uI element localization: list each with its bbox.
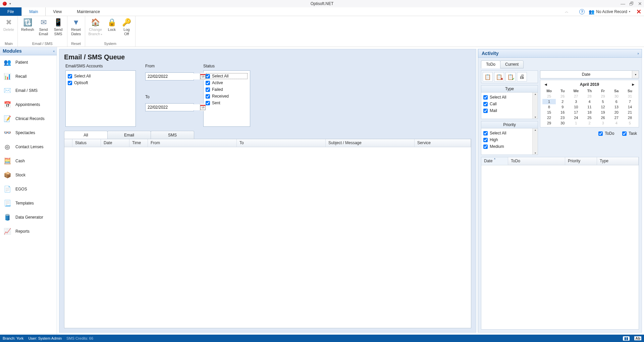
menu-main[interactable]: Main (21, 7, 46, 16)
calendar-day[interactable]: 7 (623, 99, 637, 104)
calendar-day[interactable]: 6 (610, 99, 623, 104)
sidebar-item-clinical[interactable]: 📝Clinical Records (0, 112, 57, 126)
sidebar-item-stock[interactable]: 📦Stock (0, 168, 57, 182)
calendar-day[interactable]: 26 (596, 115, 610, 120)
activity-grid[interactable]: Date ToDo Priority Type (481, 157, 639, 330)
calendar-day[interactable]: 29 (596, 94, 610, 99)
collapse-ribbon-icon[interactable]: ︿ (565, 9, 569, 14)
calendar-day[interactable]: 3 (596, 120, 610, 126)
calendar-day[interactable]: 27 (569, 94, 583, 99)
delete-button[interactable]: ✖ Delete (1, 17, 16, 42)
sidebar-collapse-icon[interactable]: ‹‹ (53, 49, 54, 53)
to-date-picker[interactable]: 15 (200, 104, 206, 111)
to-date-field[interactable]: 15 (145, 103, 194, 111)
date-mode-dropdown[interactable]: Date ▾ (540, 70, 639, 78)
col-service[interactable]: Service (415, 139, 471, 147)
minimize-icon[interactable]: — (621, 1, 625, 6)
type-call[interactable]: Call (483, 101, 536, 107)
calendar-day[interactable]: 2 (583, 120, 596, 126)
queue-tab-all[interactable]: All (64, 131, 108, 139)
calendar-day[interactable]: 25 (583, 115, 596, 120)
calendar-day[interactable]: 18 (583, 110, 596, 115)
send-sms-button[interactable]: 📱 Send SMS (51, 17, 66, 42)
calendar-day[interactable]: 17 (569, 110, 583, 115)
calendar-day[interactable]: 19 (596, 110, 610, 115)
change-branch-button[interactable]: 🏠 Change Branch ▾ (87, 17, 105, 42)
menu-view[interactable]: View (46, 7, 69, 16)
calendar-day[interactable]: 24 (569, 115, 583, 120)
accounts-select-all[interactable]: Select All (68, 73, 133, 79)
calendar-day[interactable]: 5 (596, 99, 610, 104)
col-date[interactable]: Date (101, 139, 129, 147)
col-time[interactable]: Time (129, 139, 148, 147)
calendar-day[interactable]: 31 (623, 94, 637, 99)
help-icon[interactable]: ? (579, 9, 585, 14)
clipboard-check-button[interactable]: 📋✔ (505, 72, 516, 81)
calendar-day[interactable]: 16 (556, 110, 569, 115)
status-failed[interactable]: Failed (206, 86, 248, 93)
close-record-icon[interactable]: ✕ (636, 8, 641, 15)
calendar-day[interactable]: 23 (556, 115, 569, 120)
calendar-day[interactable]: 3 (569, 99, 583, 104)
status-ab-icon[interactable]: Ab (634, 336, 641, 340)
calendar-day[interactable]: 15 (542, 110, 556, 115)
type-select-all[interactable]: Select All (483, 94, 536, 101)
menu-file[interactable]: File (0, 7, 21, 16)
calendar-day[interactable]: 21 (623, 110, 637, 115)
calendar-day[interactable]: 5 (623, 120, 637, 126)
queue-grid[interactable]: Status Date Time From To Subject / Messa… (64, 139, 471, 328)
refresh-button[interactable]: 🔃 Refresh (19, 17, 36, 42)
calendar-day[interactable]: 25 (542, 94, 556, 99)
col-to[interactable]: To (237, 139, 326, 147)
send-email-button[interactable]: ✉ Send Email (36, 17, 51, 42)
calendar-day[interactable]: 2 (556, 99, 569, 104)
act-col-priority[interactable]: Priority (565, 157, 597, 165)
from-date-field[interactable]: 15 (145, 72, 194, 80)
calendar-day[interactable]: 28 (583, 94, 596, 99)
priority-medium[interactable]: Medium (483, 143, 536, 150)
from-date-picker[interactable]: 15 (200, 73, 206, 80)
calendar-day[interactable]: 4 (610, 120, 623, 126)
col-flag[interactable] (64, 139, 72, 147)
log-off-button[interactable]: 🔑 Log Off (119, 17, 134, 42)
print-button[interactable]: 🖨 (517, 72, 527, 81)
calendar-day[interactable]: 8 (542, 104, 556, 110)
sidebar-item-recall[interactable]: 📊Recall (0, 69, 57, 83)
calendar-day[interactable]: 10 (569, 104, 583, 110)
calendar-day[interactable]: 30 (556, 120, 569, 126)
col-subject[interactable]: Subject / Message (326, 139, 415, 147)
activity-tab-current[interactable]: Current (500, 60, 524, 68)
act-col-todo[interactable]: ToDo (508, 157, 565, 165)
type-mail[interactable]: Mail (483, 107, 536, 114)
status-indicator-icon[interactable]: ▮▮ (623, 336, 630, 341)
calendar-day[interactable]: 26 (556, 94, 569, 99)
calendar-day[interactable]: 22 (542, 115, 556, 120)
sidebar-item-egos[interactable]: 📄EGOS (0, 182, 57, 196)
act-col-date[interactable]: Date (481, 157, 508, 165)
col-from[interactable]: From (148, 139, 237, 147)
sidebar-item-appointments[interactable]: 📅Appointments (0, 98, 57, 112)
calendar-day[interactable]: 30 (610, 94, 623, 99)
calendar-day[interactable]: 1 (542, 99, 556, 104)
calendar-day[interactable]: 20 (610, 110, 623, 115)
sidebar-item-spectacles[interactable]: 👓Spectacles (0, 126, 57, 140)
status-active[interactable]: Active (206, 79, 248, 86)
queue-tab-sms[interactable]: SMS (151, 131, 194, 139)
calendar-day[interactable]: 14 (623, 104, 637, 110)
menu-maintenance[interactable]: Maintenance (69, 7, 108, 16)
priority-scrollbar[interactable]: ▴▾ (532, 128, 538, 155)
queue-tab-email[interactable]: Email (107, 131, 151, 139)
calendar-day[interactable]: 9 (556, 104, 569, 110)
from-date-input[interactable] (146, 73, 200, 79)
calendar-day[interactable]: 28 (623, 115, 637, 120)
activity-expand-icon[interactable]: ›› (637, 52, 638, 55)
type-scrollbar[interactable]: ▴▾ (532, 93, 538, 119)
priority-select-all[interactable]: Select All (483, 130, 536, 136)
accounts-optisoft[interactable]: Optisoft (68, 79, 133, 86)
cal-prev-icon[interactable]: ◄ (544, 82, 548, 87)
lock-button[interactable]: 🔒 Lock (104, 17, 119, 42)
sidebar-item-cash[interactable]: 🧮Cash (0, 154, 57, 168)
status-sent[interactable]: Sent (206, 100, 248, 106)
activity-tab-todo[interactable]: ToDo (481, 60, 500, 68)
priority-high[interactable]: High (483, 136, 536, 143)
